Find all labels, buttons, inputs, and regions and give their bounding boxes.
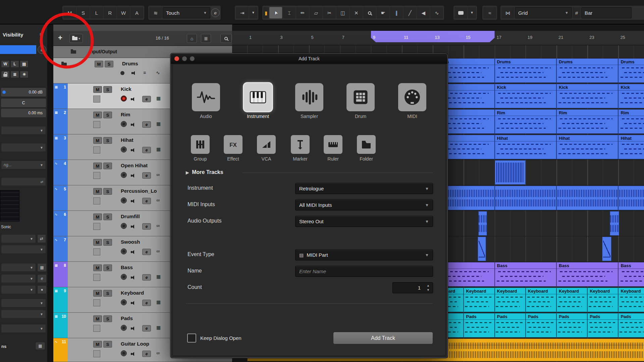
mute-button[interactable]: M [95, 61, 103, 67]
clip-hihat[interactable]: Hihat [495, 135, 556, 159]
mute-button[interactable]: M [93, 188, 102, 195]
instrument-box[interactable] [93, 146, 100, 154]
range-selection-tool[interactable]: ⌶ [283, 7, 296, 18]
edit-channel-button[interactable]: e [142, 121, 151, 128]
monitor-button[interactable] [131, 249, 136, 255]
draw-tool[interactable]: ✏ [296, 7, 309, 18]
track-type-folder[interactable]: Folder [354, 135, 379, 162]
clip-bass[interactable]: Bass [556, 262, 618, 287]
mute-button[interactable]: M [93, 86, 102, 93]
more-tracks-expander[interactable]: ▶More Tracks [186, 169, 223, 175]
routing-dropdown-3[interactable]: ng... ▼ [1, 161, 46, 169]
phase-icon[interactable]: ∿ [156, 70, 160, 75]
object-selection-tool[interactable]: ➤ [269, 7, 282, 18]
minimize-window-icon[interactable] [182, 56, 187, 61]
delay-readout[interactable]: 0.00 ms [1, 109, 46, 117]
monitor-speaker-icon[interactable] [131, 71, 137, 75]
home-view-button[interactable]: ⌂ [187, 34, 197, 43]
clip-hihat[interactable]: Hihat [556, 135, 618, 159]
monitor-button[interactable] [131, 147, 136, 154]
solo-button[interactable]: S [105, 61, 113, 67]
shuffle-button[interactable]: ⇄ [37, 234, 46, 243]
timeline-ruler[interactable]: 135791113151719212325 [232, 31, 644, 45]
clip-open-hihat[interactable] [495, 160, 526, 185]
audition-tool[interactable]: ◀ [417, 7, 430, 18]
audio-outputs-dropdown[interactable]: Stereo Out▼ [295, 216, 433, 227]
grid-type-icon-button[interactable]: # [573, 7, 581, 18]
automation-panel-button[interactable]: ≋ [149, 7, 162, 18]
close-window-icon[interactable] [174, 56, 179, 61]
record-enable-button[interactable] [121, 121, 127, 127]
record-enable-button[interactable] [121, 299, 127, 305]
clip-drums[interactable]: Drums [495, 58, 556, 83]
clip-keyboard[interactable]: Keyboard [587, 288, 618, 312]
wildcard-button[interactable]: ✳ [20, 71, 29, 78]
clip-keyboard[interactable]: Keyboard [556, 288, 587, 312]
monitor-button[interactable] [131, 122, 136, 128]
stepper-down-icon[interactable]: ▼ [427, 288, 430, 292]
solo-button[interactable]: S [103, 315, 112, 322]
clip-pads[interactable]: Pads [464, 313, 494, 338]
global-m-button[interactable]: M [63, 7, 76, 18]
solo-button[interactable]: S [103, 163, 112, 169]
instrument-box[interactable] [93, 121, 100, 128]
dialog-titlebar[interactable]: Add Track [171, 54, 447, 64]
monitor-button[interactable] [131, 275, 136, 281]
program-dropdown[interactable]: ▼ [1, 274, 36, 283]
instrument-box[interactable] [93, 172, 100, 179]
clip-keyboard[interactable]: Keyboard [526, 288, 556, 312]
instrument-box[interactable] [93, 350, 100, 357]
selected-visibility-row[interactable] [0, 45, 36, 54]
find-track-button[interactable] [220, 34, 232, 43]
toolbox-handle[interactable]: ▮ [263, 7, 269, 18]
global-r-button[interactable]: R [104, 7, 116, 18]
line-tool[interactable]: ╱ [404, 7, 416, 18]
edit-channel-button[interactable]: e [142, 96, 151, 102]
clip-rim[interactable]: Rim [495, 109, 556, 134]
clip-pads[interactable]: Pads [556, 313, 587, 338]
send-dropdown-3[interactable]: ▼ [1, 324, 46, 333]
count-stepper[interactable]: 1▲▼ [392, 282, 433, 293]
autoscroll-button[interactable]: ⇥ [236, 7, 249, 18]
clip-kick[interactable]: Kick [556, 84, 618, 108]
global-l-button[interactable]: L [90, 7, 103, 18]
track-type-marker[interactable]: Marker [287, 135, 313, 162]
track-type-audio[interactable]: Audio [190, 83, 222, 119]
comment-tool-button[interactable] [454, 7, 467, 18]
edit-channel-button[interactable]: e [142, 147, 151, 153]
list-view-button[interactable]: ≣ [10, 71, 19, 78]
edit-channel-settings-button[interactable]: e [38, 45, 46, 54]
edit-channel-button[interactable]: e [142, 300, 151, 306]
time-warp-tool[interactable]: ∥ [390, 7, 403, 18]
pan-readout[interactable]: C [1, 99, 46, 107]
record-enable-button[interactable] [121, 96, 127, 102]
track-type-midi[interactable]: MIDI [396, 83, 428, 119]
global-s-button[interactable]: S [77, 7, 90, 18]
clip-keyboard[interactable]: Keyboard [495, 288, 526, 312]
solo-button[interactable]: S [103, 341, 112, 348]
edit-channel-button[interactable]: e [142, 172, 151, 179]
solo-button[interactable]: S [103, 86, 112, 93]
instrument-box[interactable] [93, 223, 100, 230]
record-ready-button[interactable]: ● [37, 285, 47, 294]
clip-percussion-lo[interactable] [556, 186, 618, 210]
name-input[interactable]: Enter Name [295, 266, 433, 277]
global-w-button[interactable]: W [117, 7, 130, 18]
monitor-button[interactable] [131, 326, 136, 332]
solo-button[interactable]: S [103, 239, 112, 246]
record-enable-button[interactable] [121, 197, 127, 203]
solo-button[interactable]: S [103, 264, 112, 271]
record-enable-button[interactable] [121, 325, 127, 331]
clip-keyboard[interactable]: Keyboard [464, 288, 494, 312]
track-type-sampler[interactable]: Sampler [293, 83, 325, 119]
clip-swoosh[interactable] [602, 237, 611, 261]
midi-channel-dropdown[interactable]: ▼ [1, 263, 36, 272]
mute-button[interactable]: M [93, 264, 102, 271]
clip-percussion-lo[interactable] [618, 186, 644, 210]
locator-range[interactable] [371, 31, 495, 42]
track-type-instrument[interactable]: Instrument [242, 83, 274, 119]
record-enable-button[interactable] [121, 146, 127, 153]
global-a-button[interactable]: A [130, 7, 143, 18]
routing-dropdown-1[interactable]: ▼ [1, 126, 46, 135]
grid-mode-dropdown[interactable]: Grid ▼ [515, 7, 572, 18]
